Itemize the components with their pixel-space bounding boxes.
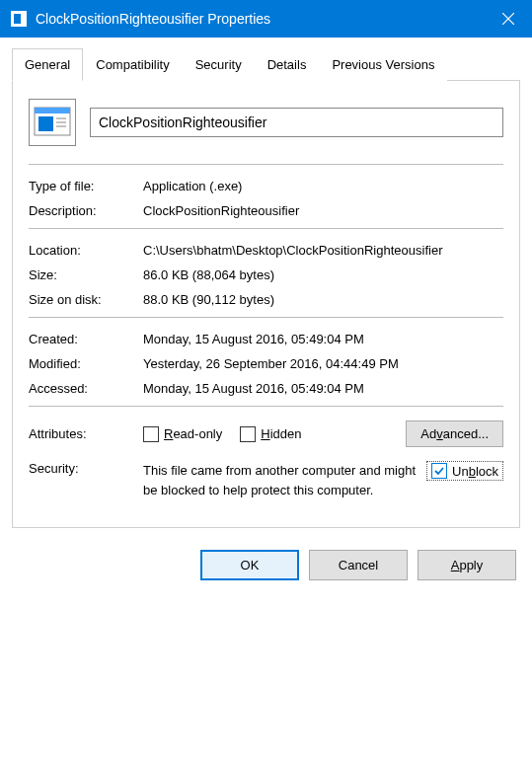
unblock-checkbox[interactable]: Unblock — [426, 461, 503, 481]
dialog-footer: OK Cancel Apply — [0, 538, 532, 592]
attributes-label: Attributes: — [29, 426, 143, 441]
hidden-label: Hidden — [261, 426, 301, 441]
security-label: Security: — [29, 461, 143, 499]
unblock-label: Unblock — [452, 464, 498, 479]
separator — [29, 228, 503, 229]
file-icon — [29, 99, 76, 146]
modified-label: Modified: — [29, 356, 143, 371]
size-on-disk-value: 88.0 KB (90,112 bytes) — [143, 292, 503, 307]
general-panel: Type of file:Application (.exe) Descript… — [12, 81, 520, 528]
accessed-label: Accessed: — [29, 381, 143, 396]
readonly-checkbox[interactable]: Read-only — [143, 426, 222, 442]
type-label: Type of file: — [29, 179, 143, 193]
titlebar[interactable]: ClockPositionRighteousifier Properties — [0, 0, 532, 38]
description-value: ClockPositionRighteousifier — [143, 203, 503, 218]
location-label: Location: — [29, 243, 143, 258]
filename-input[interactable] — [90, 108, 503, 137]
checkbox-icon — [240, 426, 256, 442]
apply-button[interactable]: Apply — [418, 550, 516, 580]
size-on-disk-label: Size on disk: — [29, 292, 143, 307]
type-value: Application (.exe) — [143, 179, 503, 193]
app-titlebar-icon — [10, 10, 28, 28]
readonly-label: Read-only — [164, 426, 222, 441]
advanced-button[interactable]: Advanced... — [406, 420, 503, 447]
svg-rect-5 — [35, 108, 70, 114]
size-label: Size: — [29, 267, 143, 282]
checkbox-checked-icon — [431, 463, 447, 479]
description-label: Description: — [29, 203, 143, 218]
separator — [29, 406, 503, 407]
cancel-button[interactable]: Cancel — [309, 550, 408, 580]
size-value: 86.0 KB (88,064 bytes) — [143, 267, 503, 282]
security-text: This file came from another computer and… — [143, 461, 426, 499]
svg-rect-1 — [14, 14, 21, 24]
checkbox-icon — [143, 426, 159, 442]
hidden-checkbox[interactable]: Hidden — [240, 426, 301, 442]
created-label: Created: — [29, 332, 143, 346]
close-button[interactable] — [485, 0, 532, 38]
ok-button[interactable]: OK — [200, 550, 299, 580]
tab-security[interactable]: Security — [183, 48, 255, 81]
accessed-value: Monday, 15 August 2016, 05:49:04 PM — [143, 381, 503, 396]
svg-rect-6 — [38, 116, 53, 131]
tab-previous-versions[interactable]: Previous Versions — [319, 48, 447, 81]
tab-strip: General Compatibility Security Details P… — [12, 47, 520, 81]
modified-value: Yesterday, 26 September 2016, 04:44:49 P… — [143, 356, 503, 371]
separator — [29, 164, 503, 165]
tab-general[interactable]: General — [12, 48, 83, 81]
window-title: ClockPositionRighteousifier Properties — [36, 11, 485, 27]
tab-compatibility[interactable]: Compatibility — [83, 48, 182, 81]
separator — [29, 317, 503, 318]
created-value: Monday, 15 August 2016, 05:49:04 PM — [143, 332, 503, 346]
location-value: C:\Users\bhatm\Desktop\ClockPositionRigh… — [143, 243, 503, 258]
tab-details[interactable]: Details — [255, 48, 320, 81]
